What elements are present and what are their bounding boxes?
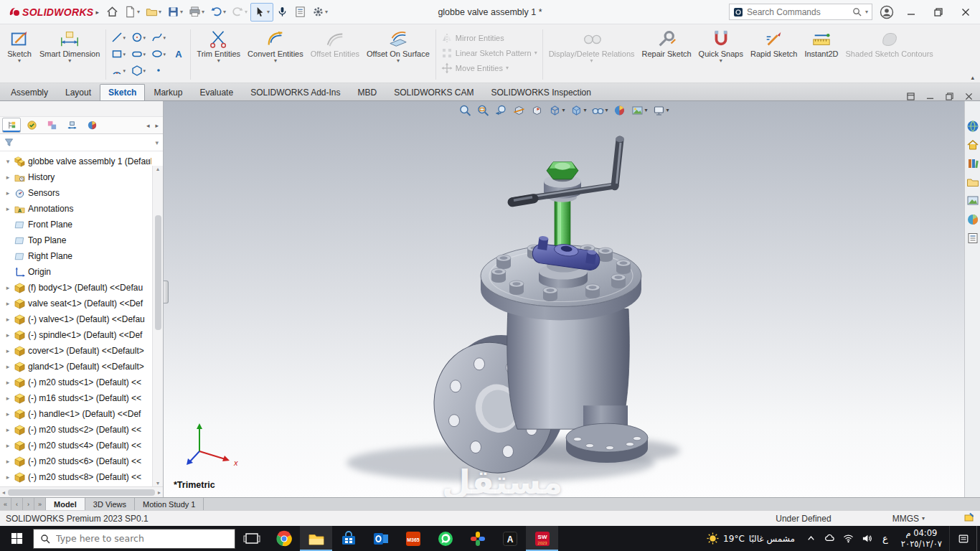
tab-dimxpertmanager[interactable] — [62, 118, 81, 133]
view-palette-button[interactable] — [966, 194, 979, 207]
zoom-to-area-button[interactable] — [476, 104, 489, 117]
taskbar-app-store[interactable] — [332, 526, 364, 551]
tab-displaymanager[interactable] — [83, 118, 101, 133]
tab-scroll-first[interactable]: « — [0, 498, 11, 510]
print-caret[interactable]: ▾ — [202, 9, 204, 15]
hidden-icons-button[interactable] — [802, 526, 821, 551]
expand-arrow-icon[interactable]: ▸ — [4, 395, 11, 402]
tab-motion-study-1[interactable]: Motion Study 1 — [135, 498, 204, 510]
tab-evaluate[interactable]: Evaluate — [191, 84, 242, 100]
tree-item-body[interactable]: ▸(f) body<1> (Default) <<Defau — [1, 280, 151, 296]
doc-close-icon[interactable] — [965, 93, 973, 100]
tab-propertymanager[interactable] — [22, 118, 41, 133]
hide-show-caret[interactable]: ▾ — [605, 108, 608, 113]
tree-item-m16-studs-1[interactable]: ▸(-) m16 studs<1> (Default) << — [1, 390, 151, 406]
task-view-button[interactable] — [235, 526, 268, 551]
scrollbar-thumb[interactable] — [155, 215, 161, 330]
filter-caret[interactable]: ▾ — [155, 139, 159, 146]
tab-solidworks-cam[interactable]: SOLIDWORKS CAM — [385, 84, 482, 100]
tree-item-front-plane[interactable]: Front Plane — [1, 217, 151, 232]
tree-item-valve-seat[interactable]: ▸valve seat<1> (Default) <<Def — [1, 296, 151, 311]
offset-surface-caret[interactable]: ▾ — [397, 58, 400, 64]
ellipse-tool[interactable]: ▾ — [149, 46, 168, 62]
microphone-button[interactable] — [273, 3, 291, 22]
apply-scene-button[interactable]: ▾ — [631, 104, 648, 117]
search-caret[interactable]: ▾ — [865, 9, 868, 15]
previous-view-button[interactable] — [494, 104, 507, 117]
tree-item-valve[interactable]: ▸(-) valve<1> (Default) <<Defau — [1, 311, 151, 327]
sketch-button[interactable]: Sketch ▾ — [3, 27, 36, 83]
start-button[interactable] — [0, 526, 33, 551]
spline-tool[interactable]: ▾ — [149, 29, 168, 45]
taskbar-app-adobe[interactable]: A — [494, 526, 526, 551]
new-document-button[interactable]: ▾ — [121, 3, 143, 22]
panel-splitter-handle[interactable] — [164, 281, 169, 303]
doc-restore-icon[interactable] — [946, 93, 953, 100]
solidworks-logo[interactable]: SOLIDWORKS ▸ — [4, 6, 103, 18]
undo-button[interactable]: ▾ — [207, 3, 229, 22]
taskbar-search-box[interactable] — [33, 529, 235, 549]
line-tool[interactable]: ▾ — [108, 29, 128, 45]
tab-scroll-last[interactable]: » — [34, 498, 46, 510]
tree-item-gland[interactable]: ▸gland<1> (Default) <<Default> — [1, 359, 151, 375]
restore-button[interactable] — [928, 3, 948, 22]
view-orientation-caret[interactable]: ▾ — [562, 108, 565, 113]
expand-arrow-icon[interactable]: ▸ — [4, 205, 11, 212]
tree-item-m20-studs-4[interactable]: ▸(-) m20 studs<4> (Default) << — [1, 438, 151, 453]
minimize-button[interactable] — [901, 3, 921, 22]
action-center-button[interactable] — [949, 526, 976, 551]
ribbon-collapse-button[interactable]: ▴ — [971, 74, 974, 81]
root-expand-arrow-icon[interactable]: ▾ — [4, 158, 11, 165]
tree-item-cover[interactable]: ▸cover<1> (Default) <<Default> — [1, 343, 151, 359]
tab-markup[interactable]: Markup — [145, 84, 191, 100]
expand-arrow-icon[interactable]: ▸ — [4, 426, 11, 433]
expand-arrow-icon[interactable]: ▸ — [4, 300, 11, 307]
design-library-button[interactable] — [966, 157, 979, 170]
tree-item-top-plane[interactable]: Top Plane — [1, 232, 151, 248]
tab-scroll-prev[interactable]: ‹ — [11, 498, 23, 510]
hide-show-items-button[interactable]: ▾ — [591, 104, 608, 117]
network-tray-button[interactable] — [839, 526, 858, 551]
undo-caret[interactable]: ▾ — [223, 9, 226, 15]
print-button[interactable]: ▾ — [186, 3, 207, 22]
save-button[interactable]: ▾ — [164, 3, 186, 22]
expand-arrow-icon[interactable]: ▸ — [4, 363, 11, 370]
taskbar-app-m365[interactable]: M365 — [397, 526, 429, 551]
appearances-scenes-button[interactable] — [966, 213, 979, 226]
smart-dimension-caret[interactable]: ▾ — [68, 58, 71, 64]
view-settings-button[interactable]: ▾ — [653, 104, 669, 117]
user-account-icon[interactable] — [880, 5, 894, 19]
expand-arrow-icon[interactable]: ▸ — [4, 316, 11, 323]
view-orientation-button[interactable]: ▾ — [548, 104, 565, 117]
onedrive-tray-button[interactable] — [821, 526, 839, 551]
tab-featuremanager-tree[interactable] — [2, 118, 21, 133]
edit-appearance-button[interactable] — [613, 104, 626, 117]
valve-assembly-model[interactable] — [418, 136, 648, 489]
tab-solidworks-addins[interactable]: SOLIDWORKS Add-Ins — [242, 84, 349, 100]
tree-item-annotations[interactable]: ▸Annotations — [1, 201, 151, 217]
circle-tool[interactable]: ▾ — [128, 29, 148, 45]
expand-arrow-icon[interactable]: ▸ — [4, 347, 11, 354]
volume-tray-button[interactable] — [858, 526, 877, 551]
weather-widget[interactable]: 19°C مشمس غالبًا — [699, 526, 802, 551]
command-search-box[interactable]: ▾ — [729, 4, 872, 20]
show-desktop-button[interactable] — [976, 526, 980, 551]
taskbar-search-input[interactable] — [56, 533, 228, 544]
trim-entities-button[interactable]: Trim Entities ▾ — [193, 27, 244, 83]
tab-configurationmanager[interactable] — [42, 118, 61, 133]
tree-filter-field[interactable]: ▾ — [0, 134, 163, 151]
quick-snaps-caret[interactable]: ▾ — [720, 58, 722, 64]
instant2d-button[interactable]: Instant2D — [801, 27, 842, 83]
convert-caret[interactable]: ▾ — [274, 58, 277, 64]
apply-scene-caret[interactable]: ▾ — [645, 108, 648, 113]
3d-valve-model[interactable] — [164, 101, 964, 497]
taskbar-app-file-explorer[interactable] — [300, 526, 332, 551]
scrollbar-thumb[interactable] — [8, 489, 155, 496]
quick-snaps-button[interactable]: Quick Snaps ▾ — [695, 27, 747, 83]
display-style-caret[interactable]: ▾ — [583, 108, 586, 113]
doc-minimize-icon[interactable] — [926, 93, 934, 100]
zoom-to-fit-button[interactable] — [458, 104, 471, 117]
expand-arrow-icon[interactable]: ▸ — [4, 442, 11, 449]
rapid-sketch-button[interactable]: Rapid Sketch — [747, 27, 801, 83]
display-pane-toggle[interactable]: « — [146, 156, 150, 164]
